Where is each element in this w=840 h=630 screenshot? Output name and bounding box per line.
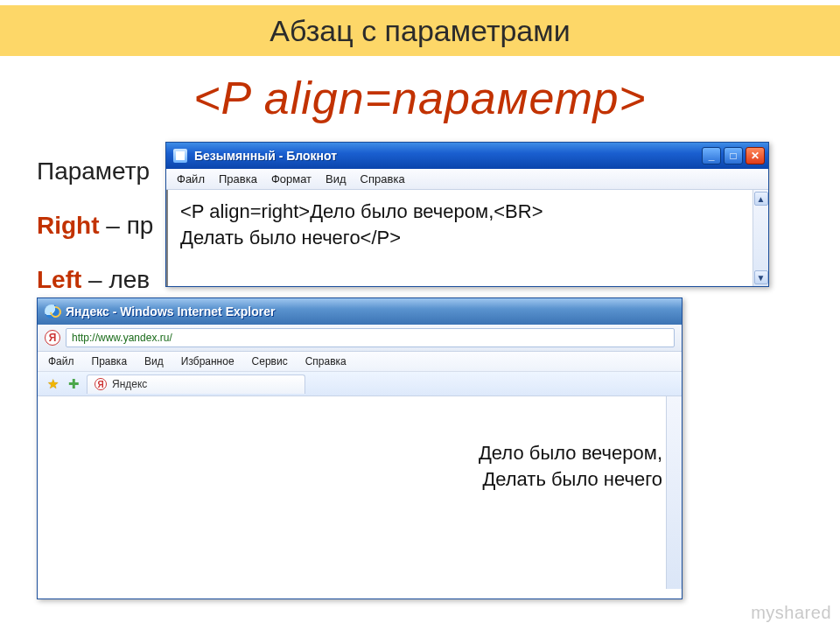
notepad-text-area[interactable]: <P align=right>Дело было вечером,<BR> Де…	[166, 190, 752, 286]
yandex-favicon-icon: Я	[45, 330, 60, 346]
ie-scrollbar[interactable]	[666, 396, 682, 589]
address-bar[interactable]: http://www.yandex.ru/	[66, 328, 675, 347]
np-line-2: Делать было нечего</P>	[180, 225, 740, 251]
ie-tab[interactable]: Я Яндекс	[87, 374, 305, 394]
bullet-right-rest: – пр	[100, 212, 154, 239]
close-button[interactable]: ✕	[746, 147, 765, 164]
ie-menu-file[interactable]: Файл	[48, 355, 74, 368]
menu-file[interactable]: Файл	[177, 172, 205, 186]
notepad-titlebar[interactable]: Безымянный - Блокнот _ □ ✕	[166, 143, 768, 169]
slide-title: Абзац с параметрами	[270, 14, 570, 48]
kw-right: Right	[37, 212, 100, 239]
ie-tab-label: Яндекс	[112, 378, 147, 390]
param-label: Параметр	[37, 147, 153, 196]
ie-address-toolbar: Я http://www.yandex.ru/	[38, 325, 682, 352]
code-heading: <P align=параметр>	[0, 72, 840, 124]
ie-menubar: Файл Правка Вид Избранное Сервис Справка	[38, 352, 682, 372]
notepad-body: <P align=right>Дело было вечером,<BR> Де…	[166, 190, 768, 286]
rendered-paragraph: Дело было вечером, Делать было нечего	[479, 440, 662, 492]
ie-content-area: Дело было вечером, Делать было нечего	[38, 396, 682, 589]
ie-titlebar[interactable]: Яндекс - Windows Internet Explorer	[38, 298, 682, 325]
kw-left: Left	[37, 266, 81, 293]
bullet-left-rest: – лев	[81, 266, 150, 293]
maximize-button[interactable]: □	[724, 147, 743, 164]
watermark: myshared	[751, 603, 831, 623]
ie-menu-help[interactable]: Справка	[305, 355, 346, 368]
rendered-line-1: Дело было вечером,	[479, 440, 662, 466]
ie-menu-edit[interactable]: Правка	[92, 355, 128, 368]
ie-title: Яндекс - Windows Internet Explorer	[66, 304, 275, 318]
scroll-up-icon[interactable]: ▲	[754, 192, 768, 206]
notepad-scrollbar[interactable]: ▲ ▼	[752, 190, 768, 286]
ie-menu-view[interactable]: Вид	[144, 355, 164, 368]
menu-view[interactable]: Вид	[326, 172, 346, 186]
notepad-icon	[173, 149, 187, 163]
menu-help[interactable]: Справка	[360, 172, 405, 186]
bullet-right: Right – пр	[37, 201, 153, 250]
favorites-star-icon[interactable]: ★	[45, 376, 60, 392]
menu-format[interactable]: Формат	[271, 172, 312, 186]
ie-menu-favorites[interactable]: Избранное	[181, 355, 234, 368]
ie-tabbar: ★ ✚ Я Яндекс	[38, 372, 682, 396]
slide: Абзац с параметрами <P align=параметр> П…	[0, 0, 840, 630]
ie-menu-service[interactable]: Сервис	[252, 355, 288, 368]
window-buttons: _ □ ✕	[702, 147, 765, 164]
address-url: http://www.yandex.ru/	[72, 332, 172, 344]
ie-window: Яндекс - Windows Internet Explorer Я htt…	[37, 298, 682, 599]
notepad-window: Безымянный - Блокнот _ □ ✕ Файл Правка Ф…	[165, 142, 769, 287]
title-band: Абзац с параметрами	[0, 5, 840, 56]
np-line-1: <P align=right>Дело было вечером,<BR>	[180, 199, 740, 225]
menu-edit[interactable]: Правка	[219, 172, 257, 186]
ie-icon	[45, 304, 59, 318]
scroll-down-icon[interactable]: ▼	[754, 270, 768, 284]
rendered-line-2: Делать было нечего	[479, 466, 662, 493]
minimize-button[interactable]: _	[702, 147, 721, 164]
notepad-title: Безымянный - Блокнот	[194, 149, 337, 163]
notepad-menubar: Файл Правка Формат Вид Справка	[166, 169, 768, 190]
add-favorite-icon[interactable]: ✚	[66, 376, 81, 392]
tab-favicon-icon: Я	[94, 378, 107, 390]
